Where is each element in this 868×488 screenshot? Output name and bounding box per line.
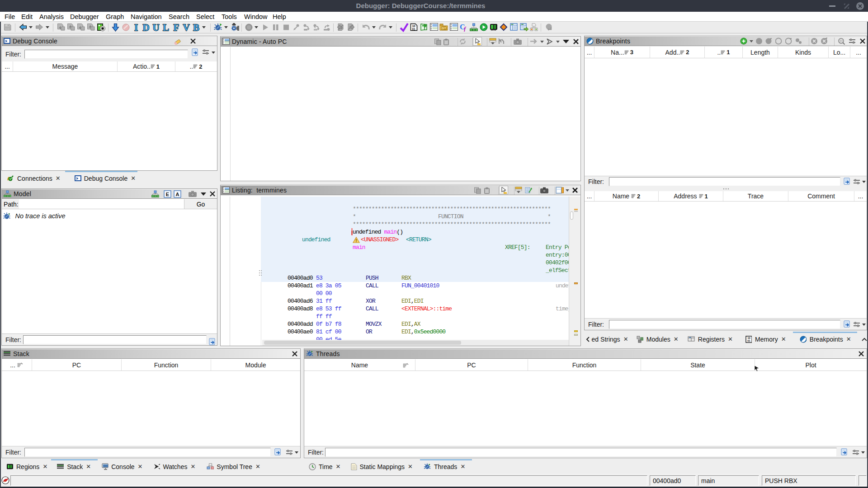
svg-text:B: B: [193, 22, 199, 33]
svg-text:I: I: [134, 22, 138, 33]
svg-text:E: E: [166, 192, 169, 197]
svg-text:L: L: [163, 22, 169, 33]
svg-text:01: 01: [747, 339, 750, 342]
svg-text:01: 01: [412, 28, 415, 31]
svg-text:V: V: [183, 22, 189, 33]
svg-text:DT: DT: [442, 26, 446, 30]
svg-text:U: U: [152, 22, 159, 33]
svg-text:D: D: [142, 22, 149, 33]
svg-text:F: F: [174, 22, 179, 33]
svg-text:A: A: [176, 192, 179, 197]
svg-text:f: f: [464, 25, 467, 32]
